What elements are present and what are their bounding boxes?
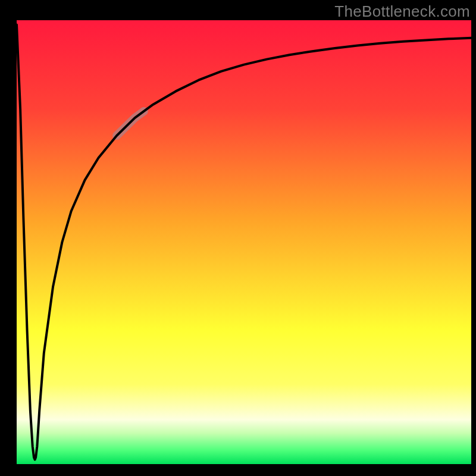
chart-container: { "watermark": "TheBottleneck.com", "cha…: [0, 0, 476, 476]
watermark-text: TheBottleneck.com: [334, 2, 470, 21]
plot-background: [17, 20, 471, 464]
bottleneck-chart: [0, 0, 476, 476]
